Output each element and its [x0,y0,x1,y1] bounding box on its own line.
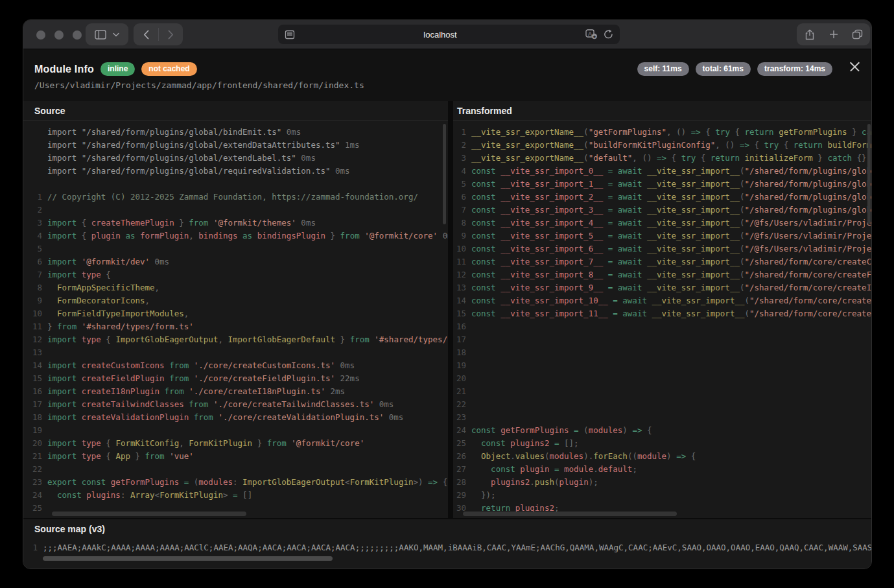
code-token: await [618,179,642,189]
code-token: FormKitPlugin [159,490,223,500]
forward-button[interactable] [159,30,183,40]
transformed-code-area[interactable]: 1__vite_ssr_exportName__("getFormPlugins… [453,121,872,518]
code-token: import [47,360,76,370]
code-token: Array [130,490,155,500]
code-token: try [681,153,696,163]
nav-buttons [134,23,183,45]
line-number [23,165,42,178]
line-number: 26 [453,450,466,463]
code-token: __vite_ssr_import_11__ [496,309,608,318]
line-number: 2 [23,204,42,217]
code-token: '#shared/types/utils.ts' [370,335,448,344]
code-token: type [76,451,101,461]
code-token: return [744,127,773,137]
code-token: ImportGlobEagerDefault [228,335,335,344]
code-token: } [813,153,828,163]
code-token: = [608,296,623,305]
code-token: from [184,399,209,409]
code-token: type [76,438,101,448]
code-text: import type { [42,268,111,281]
reload-icon[interactable] [604,29,613,40]
code-token: __vite_ssr_import_9__ [496,283,604,292]
code-token: : [233,477,242,487]
transformed-vertical-scrollbar[interactable] [867,124,871,224]
code-token: const [47,490,82,500]
code-line: 21import type { App } from 'vue' [23,450,448,463]
line-number: 11 [23,320,42,333]
code-text: import type { FormKitConfig, FormKitPlug… [42,437,364,450]
line-number: 6 [453,191,466,204]
transformed-panel-title: Transformed [453,101,872,121]
code-line: 10 FormFieldTypeImportModules, [23,307,448,320]
code-text: import { createThemePlugin } from '@form… [42,217,316,229]
tab-overview-button[interactable] [845,29,869,40]
code-token: } [325,231,340,241]
share-button[interactable] [797,29,821,40]
sourcemap-horizontal-scrollbar[interactable] [43,556,333,561]
sidebar-toggle-button[interactable] [86,23,128,45]
line-number: 18 [23,411,42,424]
code-token: { [438,477,447,487]
code-text [42,346,47,359]
code-line: 12const __vite_ssr_import_8__ = await __… [453,268,872,281]
code-token: { [666,153,681,163]
code-text: import "/shared/form/plugins/global/requ… [42,165,350,178]
line-number: 10 [453,242,466,255]
code-line: 23export const getFormPlugins = (modules… [23,476,448,489]
code-token: = [608,309,623,318]
code-line: 13const __vite_ssr_import_9__ = await __… [453,281,872,294]
code-token: "getFormPlugins" [589,127,666,137]
line-number [23,152,42,165]
code-token: // Copyright (C) 2012-2025 Zammad Founda… [47,192,418,202]
code-token: (( [628,451,637,461]
source-code-area[interactable]: import "/shared/form/plugins/global/bind… [23,121,448,518]
chevron-left-icon [143,30,149,40]
close-icon[interactable] [849,61,861,73]
line-number: 23 [23,476,42,489]
address-bar[interactable]: localhost A ★ [278,25,620,44]
line-number: 13 [23,346,42,359]
code-text: const plugin = module.default; [466,463,637,476]
source-horizontal-scrollbar[interactable] [52,512,246,516]
new-tab-button[interactable] [821,30,845,39]
source-vertical-scrollbar[interactable] [443,124,446,224]
code-token: import [47,386,76,396]
sourcemap-line: 1 ;;;AAEA;AAAkC;AAAA;AAAA;AAAA;AAClC;AAE… [23,541,872,554]
code-token: await [618,244,642,253]
code-token: const [76,477,106,487]
code-token: = [569,425,584,435]
code-token: const [471,438,506,448]
line-number: 15 [453,307,466,320]
minimize-window-button[interactable] [54,30,64,40]
tabs-icon [852,29,863,40]
code-token: import [47,451,76,461]
code-line: 3import { createThemePlugin } from '@for… [23,217,448,229]
zoom-window-button[interactable] [73,30,82,40]
code-token: __vite_ssr_import_10__ [496,296,608,305]
close-window-button[interactable] [36,30,45,40]
code-token: { [686,451,696,461]
code-token: } [252,438,267,448]
code-token: '@formkit/core' [287,438,364,448]
code-token: = [549,438,564,448]
code-line: 19 [453,359,872,372]
back-button[interactable] [134,30,158,40]
code-token: ImportGlobEagerOutput [242,477,345,487]
code-token: ) [666,451,676,461]
code-token: __vite_ssr_import__ [647,309,745,318]
line-number: 14 [23,359,42,372]
code-line: 15import createFieldPlugin from './core/… [23,372,448,385]
code-token: modules [549,451,583,461]
transformed-horizontal-scrollbar[interactable] [463,512,677,516]
code-token: "/shared/form/core/createI18nPlugin.ts" [744,283,872,292]
code-token: const [471,425,496,435]
code-text [42,424,47,437]
code-token [471,451,481,461]
code-token: = [549,464,564,474]
translate-icon[interactable]: A ★ [585,29,598,40]
code-token: < [345,477,350,487]
code-token: 0ms [374,399,394,409]
line-number: 23 [453,411,466,424]
code-text: import type { ImportGlobEagerOutput, Imp… [42,333,448,346]
code-token: { [76,218,91,228]
